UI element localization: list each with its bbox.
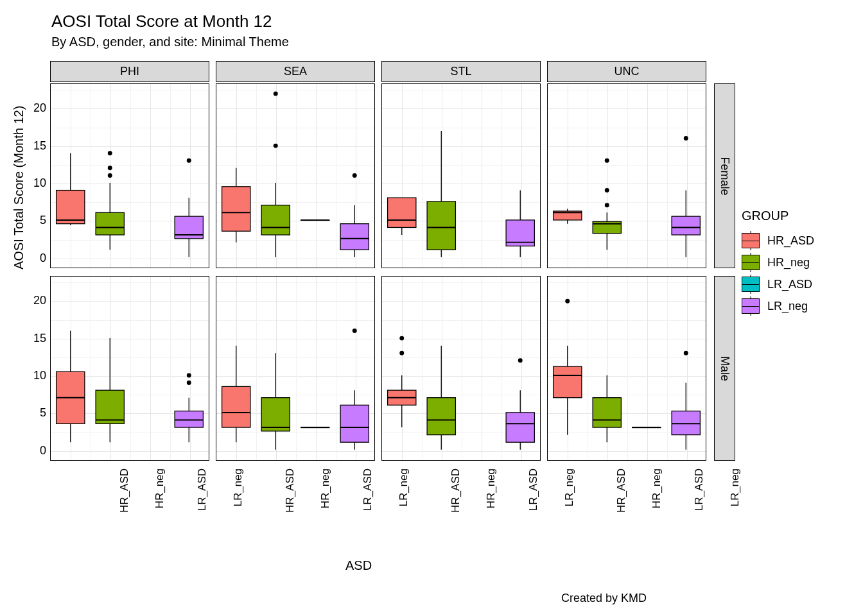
x-tick-label: HR_ASD bbox=[118, 468, 131, 513]
legend-item-HR_ASD: HR_ASD bbox=[742, 230, 814, 252]
y-tick-label: 15 bbox=[12, 139, 46, 152]
svg-rect-116 bbox=[593, 398, 621, 427]
svg-point-10 bbox=[108, 151, 112, 155]
svg-point-93 bbox=[353, 329, 357, 333]
legend-label: HR_ASD bbox=[767, 234, 814, 248]
legend-item-LR_neg: LR_neg bbox=[742, 295, 814, 317]
y-tick-label: 20 bbox=[12, 101, 46, 115]
svg-rect-18 bbox=[222, 187, 250, 231]
legend-label: LR_ASD bbox=[767, 278, 812, 291]
svg-point-98 bbox=[399, 351, 404, 355]
svg-rect-60 bbox=[672, 216, 700, 235]
chart-caption: Created by KMD bbox=[561, 592, 647, 605]
legend-swatch bbox=[742, 255, 760, 270]
legend-item-HR_neg: HR_neg bbox=[742, 252, 814, 273]
svg-point-55 bbox=[605, 203, 609, 207]
y-tick-label: 20 bbox=[12, 294, 46, 307]
chart-root: AOSI Total Score at Month 12 By ASD, gen… bbox=[0, 0, 863, 616]
x-tick-label: HR_ASD bbox=[449, 468, 462, 513]
chart-title: AOSI Total Score at Month 12 bbox=[51, 12, 272, 31]
x-tick-label: HR_ASD bbox=[284, 468, 297, 513]
svg-rect-83 bbox=[261, 398, 290, 431]
svg-point-15 bbox=[187, 158, 191, 163]
y-tick-label: 10 bbox=[12, 176, 46, 190]
svg-rect-106 bbox=[506, 413, 534, 442]
svg-point-34 bbox=[353, 173, 357, 178]
panel-UNC-Male bbox=[547, 276, 706, 461]
svg-point-108 bbox=[518, 358, 523, 363]
chart-subtitle: By ASD, gender, and site: Minimal Theme bbox=[51, 35, 289, 49]
facet-row-strip-Female: Female bbox=[714, 83, 735, 268]
panel-PHI-Female bbox=[50, 83, 209, 268]
x-tick-label: HR_neg bbox=[319, 468, 332, 508]
svg-point-99 bbox=[399, 336, 404, 341]
legend-label: HR_neg bbox=[767, 256, 810, 270]
x-tick-label: HR_neg bbox=[153, 468, 166, 508]
y-tick-label: 5 bbox=[12, 214, 46, 227]
y-tick-label: 0 bbox=[12, 251, 46, 264]
x-tick-label: LR_ASD bbox=[362, 468, 374, 511]
svg-point-8 bbox=[108, 173, 112, 178]
svg-rect-32 bbox=[340, 224, 369, 250]
svg-rect-79 bbox=[222, 386, 250, 427]
legend-swatch bbox=[742, 277, 760, 292]
svg-rect-91 bbox=[340, 405, 369, 442]
x-tick-label: LR_ASD bbox=[527, 468, 540, 511]
svg-rect-22 bbox=[261, 205, 290, 235]
svg-point-57 bbox=[605, 158, 609, 163]
facet-col-strip-SEA: SEA bbox=[216, 61, 375, 82]
x-tick-label: HR_neg bbox=[485, 468, 498, 508]
x-tick-label: LR_neg bbox=[563, 468, 576, 507]
y-tick-label: 0 bbox=[12, 443, 46, 457]
x-tick-label: LR_neg bbox=[729, 468, 742, 507]
legend-item-LR_ASD: LR_ASD bbox=[742, 273, 814, 295]
facet-col-strip-PHI: PHI bbox=[50, 61, 209, 82]
svg-point-76 bbox=[187, 373, 191, 378]
y-tick-label: 15 bbox=[12, 331, 46, 345]
svg-point-113 bbox=[565, 299, 570, 304]
facet-col-strip-STL: STL bbox=[381, 61, 541, 82]
svg-rect-37 bbox=[388, 198, 416, 227]
panel-STL-Male bbox=[381, 276, 541, 461]
panel-SEA-Male bbox=[216, 276, 375, 461]
svg-point-126 bbox=[684, 351, 688, 355]
svg-point-75 bbox=[187, 381, 191, 385]
facet-row-strip-Male: Male bbox=[714, 276, 735, 461]
x-tick-label: LR_neg bbox=[232, 468, 245, 507]
legend-label: LR_neg bbox=[767, 300, 808, 313]
svg-rect-102 bbox=[427, 398, 455, 435]
svg-point-56 bbox=[605, 188, 609, 193]
svg-point-24 bbox=[274, 144, 278, 148]
x-tick-label: HR_ASD bbox=[615, 468, 628, 513]
svg-rect-73 bbox=[175, 411, 203, 427]
x-tick-label: LR_neg bbox=[397, 468, 410, 507]
svg-rect-6 bbox=[96, 212, 124, 235]
svg-rect-111 bbox=[554, 366, 582, 398]
x-tick-label: HR_neg bbox=[650, 468, 663, 508]
legend: GROUP HR_ASDHR_negLR_ASDLR_neg bbox=[742, 209, 814, 317]
svg-rect-124 bbox=[672, 411, 700, 435]
panel-PHI-Male bbox=[50, 276, 209, 461]
legend-swatch bbox=[742, 298, 760, 314]
svg-point-25 bbox=[274, 92, 278, 96]
svg-rect-69 bbox=[96, 390, 124, 424]
facet-grid: PHISEASTLUNCFemaleMale bbox=[50, 61, 713, 449]
svg-point-62 bbox=[684, 136, 688, 141]
x-axis-title: ASD bbox=[345, 558, 372, 573]
panel-UNC-Female bbox=[547, 83, 706, 268]
legend-swatch bbox=[742, 233, 760, 248]
svg-point-9 bbox=[108, 166, 112, 170]
panel-SEA-Female bbox=[216, 83, 375, 268]
facet-col-strip-UNC: UNC bbox=[547, 61, 706, 82]
x-tick-label: LR_ASD bbox=[693, 468, 706, 511]
svg-rect-41 bbox=[427, 201, 455, 250]
y-tick-label: 10 bbox=[12, 369, 46, 382]
legend-title: GROUP bbox=[742, 209, 814, 223]
svg-rect-2 bbox=[57, 191, 85, 224]
panel-STL-Female bbox=[381, 83, 541, 268]
x-tick-label: LR_ASD bbox=[196, 468, 209, 511]
y-tick-label: 5 bbox=[12, 406, 46, 420]
